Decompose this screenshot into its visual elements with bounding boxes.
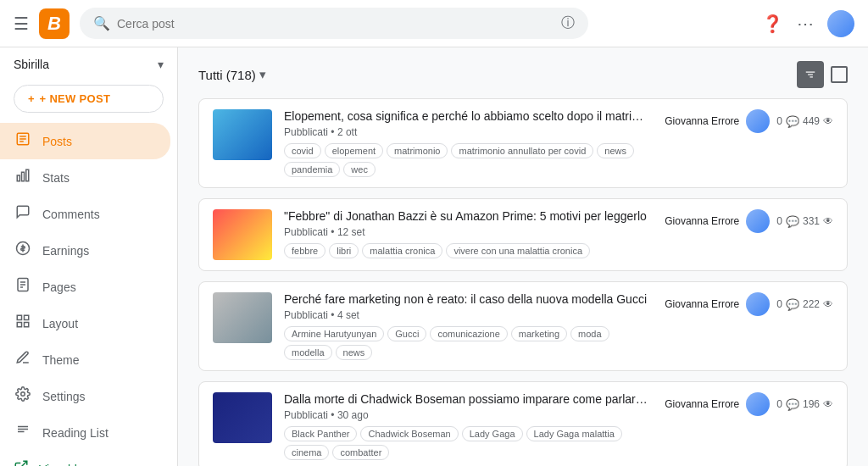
comment-count: 0 xyxy=(776,115,782,127)
post-meta: Pubblicati • 12 set xyxy=(284,226,653,238)
select-all-checkbox[interactable] xyxy=(831,66,848,83)
hamburger-icon[interactable]: ☰ xyxy=(14,14,29,34)
post-thumbnail xyxy=(213,109,272,160)
svg-line-17 xyxy=(20,461,27,466)
comment-icon: 💬 xyxy=(786,398,799,411)
tag[interactable]: febbre xyxy=(284,243,326,258)
post-card[interactable]: Dalla morte di Chadwick Boseman possiamo… xyxy=(198,381,848,466)
sidebar-item-comments[interactable]: Comments xyxy=(0,196,170,232)
post-meta: Pubblicati • 30 ago xyxy=(284,409,653,421)
sidebar-item-stats[interactable]: Stats xyxy=(0,159,170,196)
earnings-icon xyxy=(14,241,32,260)
post-right: Giovanna Errore0💬449👁 xyxy=(665,109,833,133)
tag[interactable]: matrimonio xyxy=(387,143,448,158)
new-post-label: + NEW POST xyxy=(40,92,111,105)
search-bar: 🔍 ⓘ xyxy=(80,8,588,39)
svg-rect-5 xyxy=(22,172,25,181)
tag[interactable]: pandemia xyxy=(284,162,340,177)
tag[interactable]: Lady Gaga xyxy=(462,426,523,441)
view-count: 331 xyxy=(803,215,820,227)
post-title: Elopement, cosa significa e perché lo ab… xyxy=(284,109,653,123)
comments-icon xyxy=(14,204,32,224)
sidebar-item-layout[interactable]: Layout xyxy=(0,305,170,341)
svg-rect-18 xyxy=(806,72,815,73)
view-count: 196 xyxy=(803,398,820,410)
tag[interactable]: libri xyxy=(329,243,359,258)
earnings-label: Earnings xyxy=(42,244,89,258)
post-stats: 0💬222👁 xyxy=(776,298,833,311)
info-icon[interactable]: ⓘ xyxy=(561,14,575,32)
search-input[interactable] xyxy=(117,17,554,31)
comments-label: Comments xyxy=(42,208,100,221)
help-icon[interactable]: ❓ xyxy=(762,14,783,34)
blogger-logo[interactable]: B xyxy=(39,8,70,39)
top-nav: ☰ B 🔍 ⓘ ❓ ⋯ xyxy=(0,0,868,47)
nav-left: ☰ B xyxy=(14,8,70,39)
author-avatar xyxy=(746,109,770,133)
tag[interactable]: Armine Harutyunyan xyxy=(284,326,384,341)
post-title: Perché fare marketing non è reato: il ca… xyxy=(284,292,653,306)
post-title: Dalla morte di Chadwick Boseman possiamo… xyxy=(284,392,653,406)
author-avatar xyxy=(746,209,770,233)
tag[interactable]: comunicazione xyxy=(430,326,507,341)
sidebar-item-earnings[interactable]: Earnings xyxy=(0,232,170,269)
tag[interactable]: wec xyxy=(343,162,376,177)
tag[interactable]: cinema xyxy=(284,445,329,460)
post-card[interactable]: Perché fare marketing non è reato: il ca… xyxy=(198,281,848,371)
post-card[interactable]: "Febbre" di Jonathan Bazzi è su Amazon P… xyxy=(198,198,848,271)
tag[interactable]: moda xyxy=(570,326,609,341)
filter-dropdown[interactable]: Tutti (718) ▾ xyxy=(198,67,266,82)
filter-label: Tutti (718) xyxy=(198,68,256,82)
tag[interactable]: Gucci xyxy=(387,326,426,341)
tag[interactable]: news xyxy=(336,345,373,360)
avatar[interactable] xyxy=(827,10,854,37)
tag[interactable]: malattia cronica xyxy=(362,243,442,258)
tag[interactable]: vivere con una malattia cronica xyxy=(446,243,590,258)
tag[interactable]: combatter xyxy=(332,445,389,460)
sidebar-item-reading-list[interactable]: Reading List xyxy=(0,414,170,451)
post-thumbnail xyxy=(213,209,272,260)
tag[interactable]: news xyxy=(597,143,634,158)
post-right: Giovanna Errore0💬331👁 xyxy=(665,209,833,233)
pages-label: Pages xyxy=(42,280,76,294)
tag[interactable]: elopement xyxy=(325,143,383,158)
post-tags: febbrelibrimalattia cronicavivere con un… xyxy=(284,243,653,258)
posts-label: Posts xyxy=(42,135,72,148)
post-card[interactable]: Elopement, cosa significa e perché lo ab… xyxy=(198,98,848,188)
tag[interactable]: marketing xyxy=(511,326,567,341)
svg-rect-6 xyxy=(26,169,29,181)
author-name: Giovanna Errore xyxy=(665,215,739,227)
tag[interactable]: covid xyxy=(284,143,321,158)
dropdown-icon: ▾ xyxy=(158,58,164,71)
views-icon: 👁 xyxy=(823,298,833,310)
post-info: "Febbre" di Jonathan Bazzi è su Amazon P… xyxy=(284,209,653,258)
filter-menu-button[interactable] xyxy=(797,61,824,88)
author-name: Giovanna Errore xyxy=(665,398,739,410)
tag[interactable]: Lady Gaga malattia xyxy=(526,426,622,441)
tag[interactable]: matrimonio annullato per covid xyxy=(451,143,593,158)
tag[interactable]: Chadwick Boseman xyxy=(360,426,458,441)
sidebar-item-settings[interactable]: Settings xyxy=(0,378,170,414)
blog-name-row[interactable]: Sbirilla ▾ xyxy=(0,47,177,81)
tag[interactable]: Black Panther xyxy=(284,426,357,441)
layout-label: Layout xyxy=(42,317,78,330)
sidebar-item-view-blog[interactable]: View blog xyxy=(0,451,177,466)
post-title: "Febbre" di Jonathan Bazzi è su Amazon P… xyxy=(284,209,653,223)
comment-count: 0 xyxy=(776,398,782,410)
view-blog-icon xyxy=(14,459,29,466)
sidebar-item-posts[interactable]: Posts xyxy=(0,123,170,159)
reading-list-icon xyxy=(14,423,32,442)
post-list: Elopement, cosa significa e perché lo ab… xyxy=(198,98,848,466)
post-info: Dalla morte di Chadwick Boseman possiamo… xyxy=(284,392,653,460)
sidebar-item-pages[interactable]: Pages xyxy=(0,269,170,305)
svg-rect-13 xyxy=(25,315,29,319)
apps-icon[interactable]: ⋯ xyxy=(797,14,814,34)
nav-right: ❓ ⋯ xyxy=(762,10,854,37)
view-count: 449 xyxy=(803,115,820,127)
sidebar-item-theme[interactable]: Theme xyxy=(0,341,170,378)
tag[interactable]: modella xyxy=(284,345,332,360)
new-post-button[interactable]: + + NEW POST xyxy=(14,85,164,113)
pages-icon xyxy=(14,277,32,297)
post-stats: 0💬331👁 xyxy=(776,215,833,228)
svg-rect-20 xyxy=(810,76,813,77)
